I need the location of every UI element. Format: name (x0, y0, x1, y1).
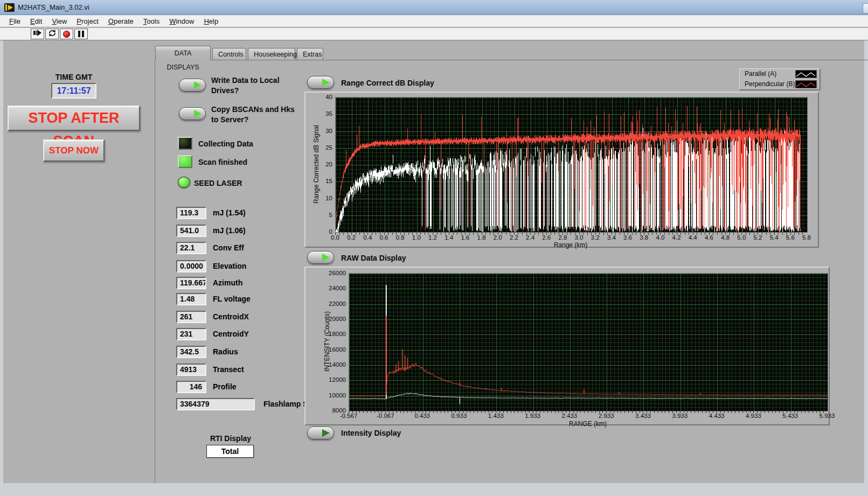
labview-window: M2HATS_Main_3.02.vi File Edit View Proje… (0, 0, 868, 496)
x-tick-label: 5.433 (782, 413, 798, 419)
y-tick-label: 18000 (329, 331, 346, 337)
window-title: M2HATS_Main_3.02.vi (18, 3, 89, 11)
range-correct-plot-area (335, 97, 808, 233)
y-tick-label: 10 (325, 195, 332, 201)
vi-toolbar (0, 28, 868, 40)
x-tick-label: 0.2 (347, 234, 356, 241)
x-tick-label: 2.933 (599, 413, 614, 419)
y-tick-label: 26000 (329, 270, 346, 276)
x-tick-label: 0.933 (452, 413, 467, 419)
x-tick-label: 5.8 (802, 234, 811, 241)
raw-data-plot-area (349, 273, 828, 411)
menu-edit[interactable]: Edit (25, 16, 47, 26)
menu-view[interactable]: View (47, 16, 72, 26)
x-tick-label: 2.2 (510, 234, 518, 241)
y-tick-label: 15 (325, 178, 332, 184)
x-tick-label: 2.433 (561, 413, 577, 419)
x-tick-label: 4.2 (672, 234, 681, 241)
x-tick-label: 4.4 (689, 234, 697, 241)
legend-row-parallel: Parallel (A) (740, 69, 820, 79)
raw-data-graph: 8000100001200014000160001800020000220002… (304, 267, 830, 425)
x-tick-label: -0.567 (340, 413, 358, 419)
x-tick-label: 3.6 (623, 234, 632, 241)
run-icon (33, 29, 42, 39)
x-tick-label: 2.4 (526, 234, 534, 241)
stop-after-scan-button[interactable]: STOP AFTER SCAN (8, 106, 140, 131)
x-tick-label: 1.0 (412, 234, 421, 241)
titlebar: M2HATS_Main_3.02.vi (0, 0, 868, 15)
x-tick-label: 4.933 (746, 413, 761, 419)
pause-button[interactable] (74, 29, 88, 39)
x-tick-label: 0.6 (380, 234, 388, 241)
window-button-partial[interactable] (863, 3, 868, 13)
y-tick-label: 25 (325, 144, 332, 151)
x-tick-label: 0.4 (363, 234, 372, 241)
menu-project[interactable]: Project (72, 16, 103, 26)
y-tick-label: 20 (325, 161, 332, 167)
x-tick-label: 5.933 (820, 413, 835, 419)
x-tick-label: 3.433 (635, 413, 651, 419)
x-tick-label: 0.8 (396, 234, 405, 241)
x-tick-label: 0.0 (331, 234, 339, 241)
menu-operate[interactable]: Operate (103, 16, 138, 26)
pause-icon (78, 31, 84, 37)
y-tick-label: 30 (325, 128, 332, 134)
x-tick-label: 1.6 (461, 234, 469, 241)
x-tick-label: 3.4 (607, 234, 616, 241)
menu-file[interactable]: File (4, 16, 25, 26)
x-tick-label: 5.2 (753, 234, 762, 241)
y-tick-label: 22000 (329, 301, 346, 307)
legend-label: Parallel (A) (745, 70, 776, 78)
tab-data-displays[interactable]: DATA DISPLAYS (155, 46, 211, 60)
x-axis-title: Range (km) (554, 241, 588, 249)
abort-icon (63, 31, 70, 38)
x-tick-label: 2.8 (558, 234, 567, 241)
tab-extras[interactable]: Extras (297, 48, 323, 60)
x-tick-label: 5.6 (786, 234, 795, 241)
legend-line-sample-parallel[interactable] (795, 70, 817, 78)
y-tick-label: 14000 (329, 361, 346, 368)
range-correct-db-graph: 0510152025303540 Range Corrected dB Sign… (304, 92, 819, 248)
x-tick-label: 4.0 (656, 234, 664, 241)
stop-now-button[interactable]: STOP NOW (43, 139, 105, 162)
legend-line-sample-perpendicular[interactable] (795, 80, 817, 88)
x-tick-label: 2.0 (494, 234, 502, 241)
x-tick-label: 4.433 (709, 413, 725, 419)
x-tick-label: -0.067 (377, 413, 394, 419)
x-tick-label: 3.0 (575, 234, 584, 241)
window-frame-left (0, 40, 3, 496)
abort-button[interactable] (60, 29, 73, 39)
x-tick-label: 5.0 (737, 234, 746, 241)
x-axis-ticks: -0.567-0.0670.4330.9331.4331.9332.4332.9… (349, 413, 827, 420)
y-tick-label: 12000 (329, 376, 346, 383)
x-tick-label: 5.4 (770, 234, 779, 241)
x-tick-label: 3.2 (591, 234, 600, 241)
tab-housekeeping[interactable]: Housekeeping (248, 48, 295, 60)
menu-help[interactable]: Help (199, 16, 223, 26)
x-tick-label: 1.2 (428, 234, 437, 241)
y-tick-label: 40 (325, 94, 332, 100)
legend-label: Perpendicular (B) (745, 80, 795, 88)
y-axis-ticks: 0510152025303540 (308, 97, 332, 232)
y-tick-label: 24000 (329, 285, 346, 291)
y-tick-label: 10000 (329, 392, 346, 399)
x-tick-label: 1.4 (445, 234, 453, 241)
x-tick-label: 4.6 (705, 234, 713, 241)
y-axis-title: INTENSITY (Counts) (323, 311, 331, 372)
y-tick-label: 5 (329, 212, 332, 218)
menu-window[interactable]: Window (164, 16, 199, 26)
run-continuous-button[interactable] (45, 29, 59, 39)
run-continuous-icon (48, 29, 57, 39)
run-button[interactable] (31, 29, 44, 39)
menu-tools[interactable]: Tools (138, 16, 164, 26)
x-axis-ticks: 0.00.20.40.60.81.01.21.41.61.82.02.22.42… (335, 234, 807, 242)
tab-controls[interactable]: Controls (212, 48, 246, 60)
y-tick-label: 35 (325, 110, 332, 117)
y-tick-label: 16000 (329, 346, 346, 353)
plot-legend: Parallel (A) Perpendicular (B) (739, 68, 820, 90)
x-tick-label: 2.6 (542, 234, 551, 241)
x-tick-label: 1.8 (477, 234, 486, 241)
x-tick-label: 3.933 (672, 413, 688, 419)
legend-row-perpendicular: Perpendicular (B) (740, 79, 820, 89)
x-tick-label: 4.8 (721, 234, 730, 241)
